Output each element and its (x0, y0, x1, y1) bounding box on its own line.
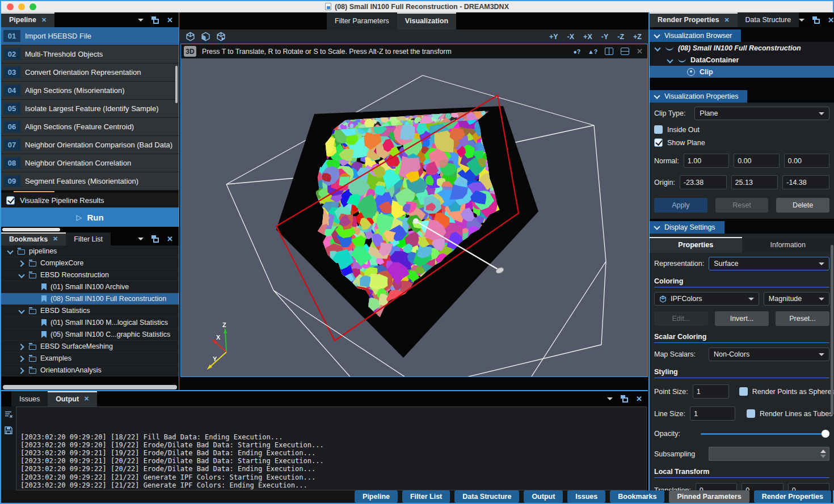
close-panel-icon[interactable]: ✕ (636, 395, 642, 403)
camera-reset-icon[interactable] (186, 32, 195, 41)
normal-x-input[interactable] (684, 154, 729, 168)
line-size-input[interactable] (690, 406, 735, 421)
axis-view-button[interactable]: -Y (601, 33, 609, 41)
expand-chevron-icon[interactable] (18, 307, 25, 314)
visibility-icon[interactable] (678, 58, 686, 62)
close-panel-icon[interactable]: ✕ (167, 16, 173, 24)
undock-panel-icon[interactable] (151, 16, 159, 24)
visibility-eye-icon[interactable] (687, 68, 695, 76)
pipeline-vertical-scrollbar[interactable] (175, 66, 178, 103)
panel-toggle-button[interactable]: Output (524, 490, 563, 503)
bookmarks-tree-item[interactable]: EBSD Reconstruction (1, 269, 179, 281)
origin-z-input[interactable] (782, 175, 829, 189)
normal-y-input[interactable] (734, 154, 779, 168)
camera-fit-data-icon[interactable] (201, 32, 210, 41)
close-panel-icon[interactable]: ✕ (828, 16, 834, 24)
render-lines-as-tubes-checkbox[interactable] (747, 409, 755, 418)
close-view-icon[interactable]: ✕ (637, 47, 643, 56)
undock-panel-icon[interactable] (812, 16, 820, 24)
pipeline-step[interactable]: 06 Align Sections (Feature Centroid) (1, 118, 179, 136)
origin-y-input[interactable] (731, 175, 778, 189)
tab-render-properties[interactable]: Render Properties✕ (650, 12, 738, 27)
3d-scene-canvas[interactable] (181, 58, 647, 376)
bookmarks-tree-item[interactable]: (08) Small IN100 Full Reconstruction (1, 293, 179, 305)
expand-chevron-icon[interactable] (667, 57, 673, 63)
expand-chevron-icon[interactable] (7, 248, 14, 255)
pipeline-horizontal-scrollbar[interactable] (1, 227, 179, 232)
bookmarks-tree-item[interactable]: pipelines (1, 245, 179, 257)
minimize-window-button[interactable] (18, 3, 25, 10)
expand-chevron-icon[interactable] (18, 260, 25, 266)
translation-z-input[interactable] (788, 483, 829, 490)
spin-up-icon[interactable] (820, 450, 826, 453)
close-tab-icon[interactable]: ✕ (724, 16, 729, 24)
expand-chevron-icon[interactable] (30, 331, 36, 338)
translation-y-input[interactable] (742, 483, 783, 490)
bookmarks-tree-item[interactable]: ComplexCore (1, 257, 179, 269)
component-dropdown[interactable]: Magnitude (764, 292, 829, 306)
panel-toggle-button[interactable]: Data Structure (454, 490, 519, 503)
tab-filter-list[interactable]: Filter List (66, 232, 111, 245)
preset-colormap-button[interactable]: Preset... (776, 311, 829, 326)
visualization-properties-header[interactable]: Visualization Properties (650, 90, 747, 103)
bookmarks-tree-item[interactable]: EBSD SurfaceMeshing (1, 341, 179, 353)
tab-issues[interactable]: Issues (11, 391, 48, 406)
color-array-dropdown[interactable]: IPFColors (654, 292, 759, 306)
origin-x-input[interactable] (680, 175, 727, 189)
panel-menu-caret-icon[interactable] (138, 19, 144, 22)
pipeline-step[interactable]: 02 Multi-Threshold Objects (1, 45, 179, 63)
bookmarks-tree-item[interactable]: EBSD Statistics (1, 305, 179, 317)
bookmarks-tree-item[interactable]: OrientationAnalysis (1, 365, 179, 376)
tab-output[interactable]: Output✕ (48, 391, 97, 406)
tab-filter-parameters[interactable]: Filter Parameters (327, 12, 397, 29)
tab-visualization[interactable]: Visualization (397, 12, 456, 29)
close-tab-icon[interactable]: ✕ (53, 235, 58, 243)
panel-menu-caret-icon[interactable] (607, 397, 613, 400)
slider-knob[interactable] (822, 430, 829, 438)
right-panel-scrollbar[interactable] (831, 245, 833, 415)
undock-panel-icon[interactable] (621, 395, 628, 403)
close-tab-icon[interactable]: ✕ (41, 16, 47, 24)
translation-x-input[interactable] (696, 483, 737, 490)
spin-down-icon[interactable] (820, 455, 826, 458)
panel-toggle-button[interactable]: Filter List (402, 490, 450, 503)
invert-colormap-button[interactable]: Invert... (715, 311, 769, 326)
undock-panel-icon[interactable] (151, 235, 159, 243)
expand-chevron-icon[interactable] (18, 355, 25, 362)
pipeline-step[interactable]: 05 Isolate Largest Feature (Identify Sam… (1, 100, 179, 118)
reset-button[interactable]: Reset (715, 198, 769, 213)
representation-dropdown[interactable]: Surface (709, 257, 829, 270)
pipeline-step[interactable]: 04 Align Sections (Misorientation) (1, 82, 179, 100)
panel-toggle-button[interactable]: Render Properties (754, 490, 831, 503)
show-plane-checkbox[interactable] (654, 138, 663, 147)
tab-display-information[interactable]: Information (742, 237, 834, 253)
panel-menu-caret-icon[interactable] (138, 238, 144, 240)
tab-bookmarks[interactable]: Bookmarks✕ (1, 232, 66, 245)
run-pipeline-button[interactable]: ▷ Run (1, 207, 179, 227)
clip-type-dropdown[interactable]: Plane (694, 107, 829, 120)
delete-button[interactable]: Delete (776, 198, 829, 213)
panel-menu-caret-icon[interactable] (799, 19, 804, 22)
zoom-window-button[interactable] (30, 3, 36, 10)
edit-colormap-button[interactable]: Edit... (654, 311, 708, 326)
close-tab-icon[interactable]: ✕ (84, 395, 89, 403)
axis-view-button[interactable]: -Z (617, 33, 624, 41)
clear-console-icon[interactable] (5, 410, 13, 421)
expand-chevron-icon[interactable] (18, 272, 25, 278)
pipeline-step[interactable]: 08 Neighbor Orientation Correlation (1, 154, 179, 172)
close-window-button[interactable] (7, 3, 14, 10)
map-scalars-dropdown[interactable]: Non-Colors (709, 348, 829, 361)
save-output-icon[interactable] (5, 426, 12, 437)
split-view-horizontal-icon[interactable] (621, 48, 629, 55)
bookmarks-tree-item[interactable]: (05) Small IN100 C...graphic Statistics (1, 329, 179, 341)
close-panel-icon[interactable]: ✕ (167, 235, 173, 243)
render-points-as-spheres-checkbox[interactable] (739, 387, 748, 396)
browser-item-clip[interactable]: Clip (650, 66, 834, 78)
pipeline-step[interactable]: 03 Convert Orientation Representation (1, 63, 179, 82)
panel-toggle-button[interactable]: Bookmarks (610, 490, 664, 503)
expand-chevron-icon[interactable] (30, 295, 36, 302)
opacity-slider[interactable] (700, 429, 829, 438)
browser-item-datacontainer[interactable]: DataContainer (650, 54, 834, 66)
point-picking-help-icon[interactable]: ●? (574, 48, 581, 55)
expand-chevron-icon[interactable] (18, 367, 25, 374)
